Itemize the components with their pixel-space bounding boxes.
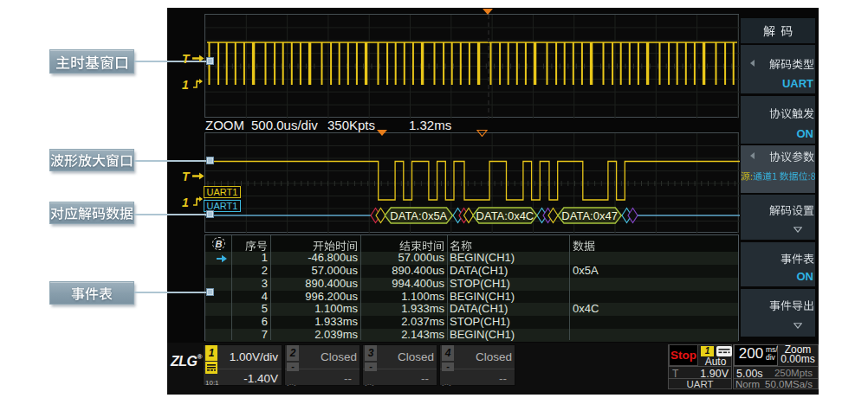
svg-text:DATA:0x5A: DATA:0x5A bbox=[390, 209, 447, 222]
svg-text:DATA:0x4C: DATA:0x4C bbox=[476, 209, 534, 222]
svg-text:DATA:0x47: DATA:0x47 bbox=[561, 209, 618, 222]
